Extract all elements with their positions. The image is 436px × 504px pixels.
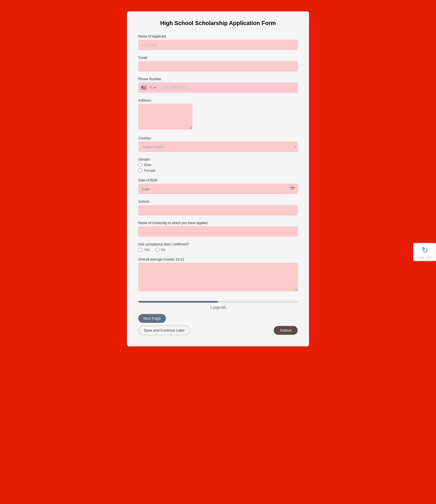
gender-label: Gender — [138, 158, 298, 162]
gender-radio-group: Male Female — [138, 163, 298, 173]
name-label: Name of Applicant — [138, 34, 298, 38]
phone-wrapper: 🇺🇸 +1 — [138, 82, 298, 93]
address-field-group: Address: — [138, 98, 298, 131]
phone-label: Phone Number — [138, 77, 298, 81]
acceptance-yes-radio[interactable] — [138, 248, 142, 252]
country-label: Country: — [138, 136, 298, 140]
address-label: Address: — [138, 98, 298, 102]
dob-field-group: Date of Birth: 📅 — [138, 178, 298, 194]
gender-male-option[interactable]: Male — [138, 163, 298, 167]
bottom-actions: Next Page — [138, 314, 298, 323]
progress-bar-wrapper — [138, 301, 298, 303]
gender-female-radio[interactable] — [138, 169, 142, 173]
country-code-select[interactable]: +1 — [148, 85, 157, 90]
submit-button[interactable]: Submit — [274, 326, 298, 335]
university-field-group: Name of University to which you have app… — [138, 221, 298, 237]
acceptance-radio-group: Yes No — [138, 248, 298, 252]
grades-field-group: Overall average Grades 10-12 — [138, 257, 298, 292]
dob-label: Date of Birth: — [138, 178, 298, 182]
save-later-button[interactable]: Save and Continue Later — [138, 326, 190, 335]
school-input[interactable] — [138, 205, 298, 215]
secondary-actions: Save and Continue Later Submit — [138, 326, 298, 335]
page-info: 1 page left — [138, 305, 298, 309]
recaptcha-icon: ↻ — [416, 245, 433, 255]
recaptcha-widget: ↻ Privacy - Terms — [413, 243, 436, 261]
school-field-group: School: — [138, 200, 298, 215]
form-title: High School Scholarship Application Form — [138, 20, 298, 26]
next-page-button[interactable]: Next Page — [138, 314, 166, 323]
acceptance-yes-label: Yes — [144, 248, 150, 252]
university-input[interactable] — [138, 226, 298, 237]
email-input[interactable] — [138, 61, 298, 71]
name-field-group: Name of Applicant — [138, 34, 298, 50]
name-input[interactable] — [138, 40, 298, 50]
country-field-group: Country: Select Option United States Can… — [138, 136, 298, 152]
phone-field-group: Phone Number 🇺🇸 +1 — [138, 77, 298, 93]
gender-field-group: Gender Male Female — [138, 158, 298, 173]
address-input[interactable] — [138, 104, 192, 129]
phone-input[interactable] — [161, 86, 295, 90]
university-label: Name of University to which you have app… — [138, 221, 298, 225]
acceptance-field-group: Has acceptance been confirmed? Yes No — [138, 242, 298, 252]
gender-female-option[interactable]: Female — [138, 169, 298, 173]
acceptance-no-option[interactable]: No — [155, 248, 165, 252]
dob-input[interactable] — [138, 184, 298, 194]
school-label: School: — [138, 200, 298, 204]
progress-bar-fill — [138, 301, 218, 303]
progress-bar-track — [138, 301, 298, 303]
dob-wrapper: 📅 — [138, 184, 298, 194]
gender-male-radio[interactable] — [138, 163, 142, 167]
gender-female-label: Female — [144, 169, 155, 173]
left-actions: Next Page — [138, 314, 168, 323]
acceptance-label: Has acceptance been confirmed? — [138, 242, 298, 246]
phone-divider — [159, 85, 159, 90]
acceptance-no-radio[interactable] — [155, 248, 159, 252]
acceptance-no-label: No — [161, 248, 165, 252]
page-wrapper: High School Scholarship Application Form… — [0, 11, 436, 346]
acceptance-yes-option[interactable]: Yes — [138, 248, 150, 252]
grades-label: Overall average Grades 10-12 — [138, 257, 298, 261]
form-container: High School Scholarship Application Form… — [127, 11, 309, 346]
country-select[interactable]: Select Option United States Canada Unite… — [138, 142, 298, 152]
gender-male-label: Male — [144, 163, 151, 167]
grades-input[interactable] — [138, 263, 298, 291]
email-field-group: Email — [138, 56, 298, 71]
flag-icon: 🇺🇸 — [141, 85, 147, 90]
email-label: Email — [138, 56, 298, 60]
recaptcha-text: Privacy - Terms — [416, 256, 433, 259]
